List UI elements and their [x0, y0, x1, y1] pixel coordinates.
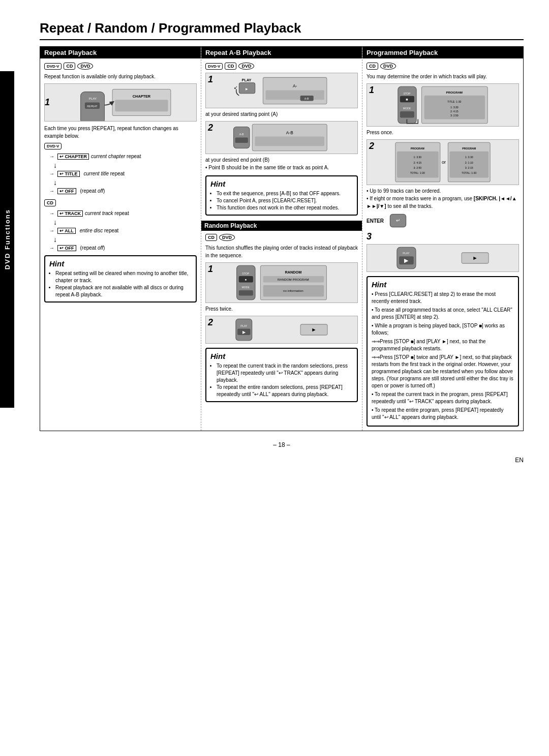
col3-hint-item-7: • To repeat the entire program, press [R…: [372, 407, 514, 421]
col3-hint-item-2: • To erase all programmed tracks at once…: [372, 307, 514, 321]
badge-track: ↩ TRACK: [57, 210, 83, 217]
col2-random-cd-icon: CD: [205, 234, 217, 241]
svg-text:STOP: STOP: [403, 92, 411, 95]
col1-step1-diagram: 1 CHAPTER PLAY REPEAT: [44, 83, 197, 122]
col3-enter-text: ENTER: [367, 218, 384, 224]
svg-text:2: 4:15: 2: 4:15: [450, 110, 459, 113]
svg-text:►: ►: [311, 326, 317, 332]
dvdv-icon: DVD·V: [44, 63, 62, 70]
col-repeat-header: Repeat Playback: [40, 47, 201, 58]
svg-text:1: 3:30: 1: 3:30: [413, 156, 421, 159]
svg-text:2: 4:15: 2: 4:15: [413, 161, 421, 164]
badge-off1: ↩ OFF: [57, 188, 76, 194]
svg-text:A-B: A-B: [239, 133, 244, 136]
svg-text:■: ■: [245, 278, 247, 281]
col2-step2-note: • Point B should be in the same title or…: [205, 164, 358, 171]
arrow-off1: →: [49, 188, 57, 194]
page-number: – 18 –: [40, 441, 524, 448]
col3-step1-num: 1: [369, 85, 374, 96]
svg-text:TITLE: 1-30: TITLE: 1-30: [447, 100, 461, 103]
svg-text:CHAPTER: CHAPTER: [133, 94, 151, 99]
svg-text:TOTAL: 1:30: TOTAL: 1:30: [410, 171, 425, 174]
col2-step1-diagram: 1 PLAY ▶ A- ↙: [205, 73, 358, 108]
repeat-row-off1: → ↩ OFF (repeat off): [49, 188, 197, 194]
svg-rect-21: [235, 138, 248, 143]
col-repeat: Repeat Playback DVD·V CD DVD Repeat func…: [40, 47, 201, 431]
col2-hint-list: To exit the sequence, press [A-B] so tha…: [210, 190, 353, 211]
col3-cd-icon: CD: [367, 63, 378, 70]
col2-random-step2-num: 2: [208, 317, 213, 328]
col3-step2: 2 PROGRAM 1: 3:30 2: 4:15 3: 2:50 TOTAL:…: [367, 139, 519, 210]
repeat-row-track: → ↩ TRACK current track repeat: [49, 210, 197, 217]
col2-hint-item-3: This function does not work in the other…: [217, 204, 353, 211]
svg-text:STOP: STOP: [242, 272, 250, 275]
svg-text:PROGRAM: PROGRAM: [446, 90, 463, 94]
col2-random-hint-item-1: To repeat the current track in the rando…: [217, 362, 353, 384]
col3-hint-item-3: • While a program is being played back, …: [372, 322, 514, 337]
svg-text:REPEAT: REPEAT: [87, 105, 98, 108]
col1-intro: Repeat function is available only during…: [44, 73, 197, 80]
col2-hint-title: Hint: [210, 179, 353, 188]
language-label: EN: [515, 457, 524, 464]
col2-step1-num: 1: [208, 74, 213, 85]
badge-chapter: ↩ CHAPTER: [57, 154, 89, 160]
svg-text:PROGRAM: PROGRAM: [462, 147, 476, 150]
desc-off2: (repeat off): [80, 245, 105, 251]
svg-text:▶: ▶: [242, 329, 246, 335]
col3-step3-diagram: PLAY ▶ ►: [367, 244, 519, 272]
col1-step-num: 1: [45, 97, 50, 108]
col2-hint-item-2: To cancel Point A, press [CLEAR/C.RESET]…: [217, 197, 353, 204]
col2-hint-item-1: To exit the sequence, press [A-B] so tha…: [217, 190, 353, 197]
col1-hint-item-2: Repeat playback are not available with a…: [55, 284, 192, 298]
col2-random-device-icons: CD DVD: [205, 234, 358, 241]
svg-text:3: 2:50: 3: 2:50: [450, 114, 459, 117]
svg-text:RANDOM: RANDOM: [285, 270, 302, 275]
down-arrow-3: ↓: [53, 218, 197, 226]
repeat-row-off2: → ↩ OFF (repeat off): [49, 245, 197, 251]
col-programmed: Programmed Playback CD DVD You may deter…: [362, 47, 523, 431]
desc-all: entire disc repeat: [80, 228, 119, 233]
col2-random-dvd-icon: DVD: [219, 234, 235, 241]
col2-dvdv-icon: DVD·V: [205, 63, 223, 70]
col1-hint-title: Hint: [49, 259, 192, 268]
col3-enter-label: ENTER ↵: [367, 213, 519, 228]
col1-hint-box: Hint Repeat setting will be cleared when…: [44, 255, 197, 303]
down-arrow-4: ↓: [53, 235, 197, 244]
svg-text:■: ■: [406, 97, 408, 102]
dvd-disc-icon: DVD: [77, 63, 93, 70]
arrow-off2: →: [49, 245, 57, 251]
col2-random-intro: This function shuffles the playing order…: [205, 244, 358, 259]
col3-step1-svg: STOP ■ MODE PROGRAM TITLE: 1-30 1: 3:30: [367, 84, 518, 126]
col3-device-icons: CD DVD: [367, 63, 519, 70]
svg-text:►: ►: [472, 255, 478, 261]
svg-rect-45: [400, 111, 414, 117]
repeat-row-title: → ↩ TITLE current title repeat: [49, 171, 197, 177]
col3-step3-num: 3: [367, 231, 519, 242]
col3-step1-diagram: 1 STOP ■ MODE PROGRAM: [367, 83, 519, 127]
col2-random-step1-svg: STOP ■ MODE RANDOM RANDOM PROGRAM no inf: [206, 263, 357, 303]
col3-hint-box: Hint • Press [CLEAR/C.RESET] at step 2) …: [367, 276, 519, 427]
svg-text:A-B: A-B: [286, 130, 293, 135]
arrow-all: →: [49, 228, 57, 233]
page: DVD Functions Repeat / Random / Programm…: [0, 0, 549, 479]
svg-text:1: 3:30: 1: 3:30: [450, 106, 459, 109]
svg-text:MODE: MODE: [403, 107, 411, 110]
svg-rect-12: [266, 90, 324, 100]
col3-enter-icon: ↵: [388, 213, 408, 228]
main-columns: Repeat Playback DVD·V CD DVD Repeat func…: [40, 46, 524, 431]
desc-title: current title repeat: [84, 171, 125, 176]
svg-text:MODE: MODE: [241, 286, 250, 289]
col2-random-hint-box: Hint To repeat the current track in the …: [205, 348, 358, 402]
svg-rect-18: [255, 136, 325, 146]
col1-step1: 1 CHAPTER PLAY REPEAT: [44, 83, 197, 122]
col2-step2-num: 2: [208, 123, 213, 133]
col2-device-icons: DVD·V CD DVD: [205, 63, 358, 70]
page-title: Repeat / Random / Programmed Playback: [40, 20, 524, 40]
col2-random-step1-diagram: 1 STOP ■ MODE RANDOM: [205, 262, 358, 303]
down-arrow-2: ↓: [53, 178, 197, 187]
svg-text:A-: A-: [293, 83, 297, 88]
col2-step1-desc: at your desired starting point (A): [205, 110, 358, 118]
svg-rect-27: [239, 290, 253, 295]
col2-random-hint-item-2: To repeat the entire random selections, …: [217, 384, 353, 398]
svg-text:▶: ▶: [246, 87, 249, 90]
